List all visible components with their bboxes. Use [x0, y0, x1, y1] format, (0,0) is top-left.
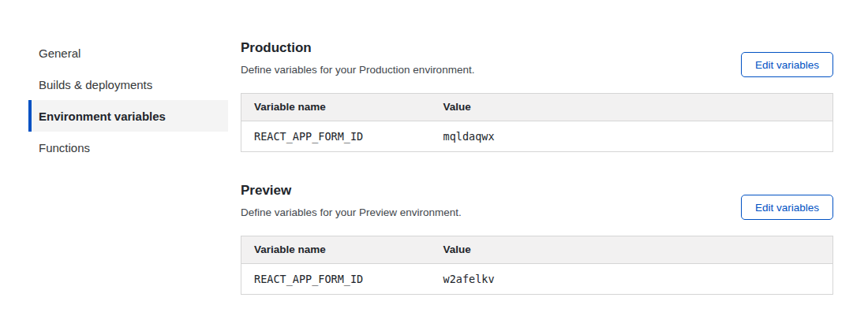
- preview-section-texts: Preview Define variables for your Previe…: [241, 182, 462, 220]
- variable-value-cell: w2afelkv: [431, 264, 833, 295]
- preview-variables-table: Variable name Value REACT_APP_FORM_ID w2…: [241, 236, 833, 295]
- sidebar-item-functions[interactable]: Functions: [28, 132, 228, 163]
- production-section-texts: Production Define variables for your Pro…: [241, 39, 474, 77]
- preview-section: Preview Define variables for your Previe…: [241, 182, 833, 295]
- production-edit-variables-button[interactable]: Edit variables: [741, 52, 833, 77]
- sidebar-item-builds-deployments[interactable]: Builds & deployments: [28, 69, 228, 100]
- preview-title: Preview: [241, 182, 462, 199]
- sidebar-item-general[interactable]: General: [28, 37, 228, 69]
- variable-name-cell: REACT_APP_FORM_ID: [241, 121, 431, 152]
- table-row: REACT_APP_FORM_ID mqldaqwx: [241, 121, 833, 152]
- table-row: REACT_APP_FORM_ID w2afelkv: [241, 264, 833, 295]
- preview-edit-variables-button[interactable]: Edit variables: [741, 195, 833, 220]
- table-header-row: Variable name Value: [241, 236, 833, 264]
- production-description: Define variables for your Production env…: [241, 63, 474, 77]
- column-header-value: Value: [431, 94, 833, 121]
- preview-description: Define variables for your Preview enviro…: [241, 206, 462, 220]
- production-section: Production Define variables for your Pro…: [241, 39, 833, 152]
- sidebar-item-environment-variables[interactable]: Environment variables: [28, 100, 228, 132]
- column-header-value: Value: [431, 236, 833, 264]
- preview-section-header: Preview Define variables for your Previe…: [241, 182, 833, 220]
- production-title: Production: [241, 39, 474, 56]
- table-header-row: Variable name Value: [241, 94, 833, 121]
- variable-name-cell: REACT_APP_FORM_ID: [241, 264, 431, 295]
- settings-page: General Builds & deployments Environment…: [0, 0, 868, 295]
- column-header-variable-name: Variable name: [241, 236, 431, 264]
- settings-sidebar: General Builds & deployments Environment…: [28, 37, 228, 295]
- production-section-header: Production Define variables for your Pro…: [241, 39, 833, 77]
- variable-value-cell: mqldaqwx: [431, 121, 833, 152]
- environment-variables-content: Production Define variables for your Pro…: [241, 37, 833, 295]
- column-header-variable-name: Variable name: [241, 94, 431, 121]
- production-variables-table: Variable name Value REACT_APP_FORM_ID mq…: [241, 93, 833, 152]
